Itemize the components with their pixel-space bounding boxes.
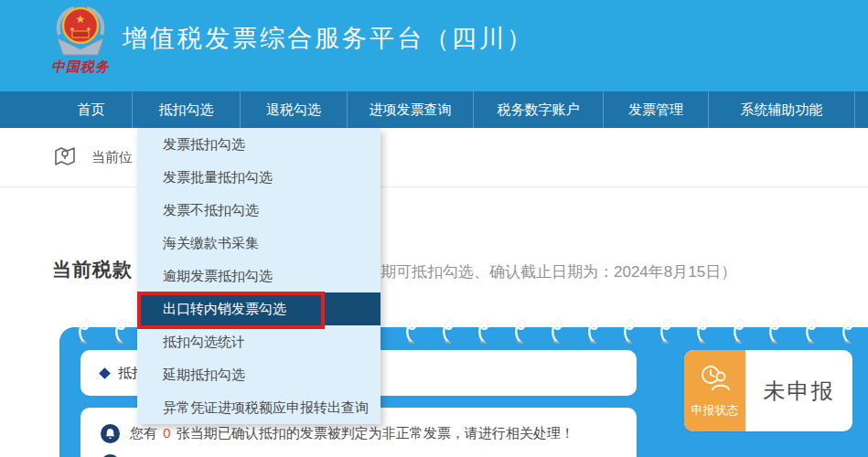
abnormal-invoice-count: 0 [161,425,172,441]
declaration-status-badge: 申报状态 [684,350,745,431]
deadline-text: 期可抵扣勾选、确认截止日期为：2024年8月15日） [380,261,736,282]
menu-item-customs-payment-collection[interactable]: 海关缴款书采集 [137,227,380,260]
tax-bureau-logo: ★ ★ ★ 中国税务 [42,4,119,90]
menu-item-overdue-invoice-deduction-check[interactable]: 逾期发票抵扣勾选 [137,260,380,292]
notice-row: 您有 0 张当期已确认抵扣的发票被判定为非正常发票，请进行相关处理！ [101,424,637,443]
map-location-icon [53,144,77,171]
breadcrumb-label: 当前位 [91,149,133,166]
breadcrumb: 当前位 [53,144,133,171]
declaration-status-card: 申报状态 未申报 [684,350,852,431]
nav-item-input-invoice-query[interactable]: 进项发票查询 [348,91,474,128]
status-badge-label: 申报状态 [691,402,739,419]
menu-item-invoice-deduction-check[interactable]: 发票抵扣勾选 [137,128,380,161]
menu-item-abnormal-voucher-transfer-query[interactable]: 异常凭证进项税额应申报转出查询 [137,391,380,424]
menu-item-deduction-check-statistics[interactable]: 抵扣勾选统计 [137,325,380,358]
diamond-bullet-icon [99,367,111,379]
nav-item-home[interactable]: 首页 [0,91,133,128]
nav-item-deduction-check[interactable]: 抵扣勾选 [133,91,241,128]
nav-item-system-auxiliary[interactable]: 系统辅助功能 [709,91,855,128]
bell-icon [101,424,120,443]
page-title: 增值税发票综合服务平台（四川） [123,22,534,55]
nav-item-tax-refund-check[interactable]: 退税勾选 [241,91,348,128]
svg-text:★: ★ [76,13,86,26]
menu-item-deferred-deduction-check[interactable]: 延期抵扣勾选 [137,358,380,391]
clock-person-icon [700,364,731,397]
nav-item-tax-digital-account[interactable]: 税务数字账户 [474,91,604,128]
app-header: ★ ★ ★ 中国税务 增值税发票综合服务平台（四川） [0,0,868,91]
menu-item-invoice-batch-deduction-check[interactable]: 发票批量抵扣勾选 [137,161,380,194]
deduction-check-dropdown-menu: 发票抵扣勾选 发票批量抵扣勾选 发票不抵扣勾选 海关缴款书采集 逾期发票抵扣勾选… [137,128,380,424]
main-nav: 首页 抵扣勾选 退税勾选 进项发票查询 税务数字账户 发票管理 系统辅助功能 [0,91,868,128]
status-value: 未申报 [745,350,852,431]
logo-text: 中国税务 [51,58,110,76]
menu-item-invoice-no-deduction-check[interactable]: 发票不抵扣勾选 [137,194,380,227]
divider [0,186,868,187]
current-tax-period-heading: 当前税款 [52,257,133,282]
nav-item-invoice-management[interactable]: 发票管理 [604,91,709,128]
national-emblem-icon: ★ ★ ★ [50,4,111,60]
menu-item-export-to-domestic-invoice-check[interactable]: 出口转内销发票勾选 [137,292,380,325]
notice-text: 您有 0 张当期已确认抵扣的发票被判定为非正常发票，请进行相关处理！ [130,425,574,442]
notice-row-partial [101,443,637,457]
app-window: ★ ★ ★ 中国税务 增值税发票综合服务平台（四川） 首页 抵扣勾选 退税勾选 … [0,0,868,457]
